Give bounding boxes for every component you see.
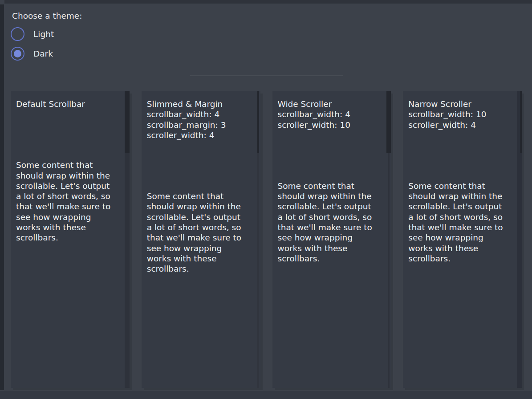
panel-title: Slimmed & Margin [147,99,247,109]
top-edge-strip [4,0,532,4]
horizontal-divider [190,75,343,76]
panel-title: Default Scrollbar [16,99,116,109]
scrollbar-demo-panels: Default Scrollbar Some content that shou… [11,91,522,388]
panel-content-text: Some content that should wrap within the… [16,160,116,243]
radio-label-dark[interactable]: Dark [33,49,53,58]
radio-option-light[interactable]: Light [11,27,54,41]
bottom-edge-strip [0,391,532,399]
scrollbar-thumb[interactable] [386,91,391,153]
radio-option-dark[interactable]: Dark [11,46,54,61]
radio-selected-dot [14,50,21,57]
radio-circle-icon[interactable] [11,47,24,61]
scrollbar-thumb[interactable] [520,91,522,153]
panel-wide-scroller[interactable]: Wide Scroller scrollbar_width: 4 scrolle… [272,91,391,388]
panel-body: Default Scrollbar Some content that shou… [11,91,130,243]
theme-chooser-label: Choose a theme: [12,11,82,21]
radio-label-light[interactable]: Light [33,29,54,39]
theme-radio-group: Light Dark [11,27,54,66]
radio-circle-icon[interactable] [11,27,24,41]
scrollbar-thumb[interactable] [257,91,259,153]
panel-narrow-scroller[interactable]: Narrow Scroller scrollbar_width: 10 scro… [403,91,522,388]
panel-content-text: Some content that should wrap within the… [147,191,247,274]
scrollbar-thumb[interactable] [125,91,130,153]
panel-title: Wide Scroller [278,99,378,109]
panel-params: scrollbar_width: 4 scrollbar_margin: 3 s… [147,109,247,140]
panel-params: scrollbar_width: 10 scroller_width: 4 [408,109,508,130]
panel-content-text: Some content that should wrap within the… [278,181,378,264]
panel-body: Wide Scroller scrollbar_width: 4 scrolle… [272,91,391,264]
panel-slimmed-margin[interactable]: Slimmed & Margin scrollbar_width: 4 scro… [142,91,260,388]
panel-title: Narrow Scroller [408,99,508,109]
panel-params: scrollbar_width: 4 scroller_width: 10 [278,109,378,130]
left-edge-strip [0,4,4,390]
panel-body: Slimmed & Margin scrollbar_width: 4 scro… [142,91,260,274]
panel-content-text: Some content that should wrap within the… [408,181,508,264]
panel-default-scrollbar[interactable]: Default Scrollbar Some content that shou… [11,91,130,388]
panel-body: Narrow Scroller scrollbar_width: 10 scro… [403,91,522,264]
